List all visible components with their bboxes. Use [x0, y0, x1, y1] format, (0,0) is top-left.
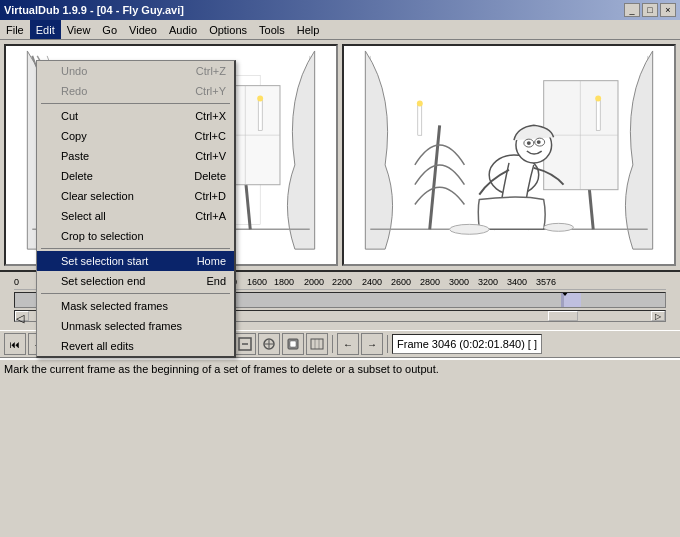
- menu-unmask-frames[interactable]: Unmask selected frames: [37, 316, 234, 336]
- main-content: Undo Ctrl+Z Redo Ctrl+Y Cut Ctrl+X Copy …: [0, 40, 680, 270]
- window-controls[interactable]: _ □ ×: [624, 3, 676, 17]
- menu-select-all[interactable]: Select all Ctrl+A: [37, 206, 234, 226]
- tool-btn-5[interactable]: [306, 333, 328, 355]
- menu-tools[interactable]: Tools: [253, 20, 291, 39]
- menu-audio[interactable]: Audio: [163, 20, 203, 39]
- rewind-button[interactable]: ⏮: [4, 333, 26, 355]
- menu-video[interactable]: Video: [123, 20, 163, 39]
- svg-rect-47: [311, 339, 323, 349]
- svg-point-36: [595, 96, 601, 102]
- menu-mask-frames[interactable]: Mask selected frames: [37, 296, 234, 316]
- menu-redo[interactable]: Redo Ctrl+Y: [37, 81, 234, 101]
- svg-rect-33: [418, 105, 422, 135]
- toolbar-sep-4: [387, 335, 388, 353]
- close-button[interactable]: ×: [660, 3, 676, 17]
- maximize-button[interactable]: □: [642, 3, 658, 17]
- timeline-tick-3576: 3576: [536, 277, 556, 287]
- timeline-tick-2600: 2600: [391, 277, 411, 287]
- menu-clear-selection[interactable]: Clear selection Ctrl+D: [37, 186, 234, 206]
- status-bar: Mark the current frame as the beginning …: [0, 358, 680, 378]
- svg-point-31: [450, 224, 490, 234]
- menu-bar: File Edit View Go Video Audio Options To…: [0, 20, 680, 40]
- tool-btn-2[interactable]: [234, 333, 256, 355]
- title-bar: VirtualDub 1.9.9 - [04 - Fly Guy.avi] _ …: [0, 0, 680, 20]
- video-panel-right: [342, 44, 676, 266]
- svg-point-34: [417, 101, 423, 107]
- next-arrow-button[interactable]: →: [361, 333, 383, 355]
- window-title: VirtualDub 1.9.9 - [04 - Fly Guy.avi]: [4, 4, 184, 16]
- timeline-tick-2400: 2400: [362, 277, 382, 287]
- timeline-tick-2000: 2000: [304, 277, 324, 287]
- menu-crop-selection[interactable]: Crop to selection: [37, 226, 234, 246]
- frame-display: Frame 3046 (0:02:01.840) [ ]: [392, 334, 542, 354]
- timeline-tick-3000: 3000: [449, 277, 469, 287]
- menu-revert-edits[interactable]: Revert all edits: [37, 336, 234, 356]
- timeline-tick-1800: 1800: [274, 277, 294, 287]
- menu-copy[interactable]: Copy Ctrl+C: [37, 126, 234, 146]
- svg-point-26: [527, 141, 531, 145]
- menu-cut[interactable]: Cut Ctrl+X: [37, 106, 234, 126]
- timeline-tick-2800: 2800: [420, 277, 440, 287]
- scrollbar-thumb[interactable]: [548, 311, 578, 321]
- timeline-tick-2200: 2200: [332, 277, 352, 287]
- menu-edit[interactable]: Edit: [30, 20, 61, 39]
- scrollbar-right-btn[interactable]: ▷: [651, 311, 665, 321]
- menu-undo[interactable]: Undo Ctrl+Z: [37, 61, 234, 81]
- edit-menu-dropdown[interactable]: Undo Ctrl+Z Redo Ctrl+Y Cut Ctrl+X Copy …: [36, 60, 236, 358]
- tool-btn-3[interactable]: [258, 333, 280, 355]
- minimize-button[interactable]: _: [624, 3, 640, 17]
- prev-arrow-button[interactable]: ←: [337, 333, 359, 355]
- scrollbar-left-btn[interactable]: ◁: [15, 311, 29, 321]
- menu-view[interactable]: View: [61, 20, 97, 39]
- svg-point-13: [257, 96, 263, 102]
- svg-point-32: [544, 223, 574, 231]
- separator-1: [41, 103, 230, 104]
- menu-options[interactable]: Options: [203, 20, 253, 39]
- menu-go[interactable]: Go: [96, 20, 123, 39]
- timeline-tick-1600: 1600: [247, 277, 267, 287]
- menu-delete[interactable]: Delete Delete: [37, 166, 234, 186]
- menu-set-selection-start[interactable]: Set selection start Home: [37, 251, 234, 271]
- menu-help[interactable]: Help: [291, 20, 326, 39]
- timeline-tick-3400: 3400: [507, 277, 527, 287]
- svg-rect-46: [290, 341, 296, 347]
- menu-paste[interactable]: Paste Ctrl+V: [37, 146, 234, 166]
- timeline-marker-top: [561, 292, 569, 296]
- separator-3: [41, 293, 230, 294]
- menu-file[interactable]: File: [0, 20, 30, 39]
- tool-btn-4[interactable]: [282, 333, 304, 355]
- svg-point-27: [537, 140, 541, 144]
- timeline-tick-0: 0: [14, 277, 19, 287]
- menu-set-selection-end[interactable]: Set selection end End: [37, 271, 234, 291]
- status-text: Mark the current frame as the beginning …: [4, 363, 676, 375]
- separator-2: [41, 248, 230, 249]
- svg-rect-12: [258, 101, 262, 131]
- timeline-tick-3200: 3200: [478, 277, 498, 287]
- svg-rect-35: [596, 101, 600, 131]
- toolbar-sep-3: [332, 335, 333, 353]
